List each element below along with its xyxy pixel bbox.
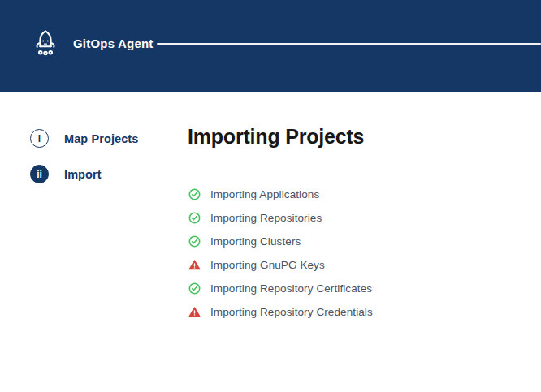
- status-label: Importing Clusters: [210, 235, 301, 248]
- step-label: Map Projects: [64, 132, 138, 145]
- status-list-item: Importing GnuPG Keys: [188, 253, 530, 277]
- status-label: Importing Repositories: [210, 212, 322, 224]
- import-status-list: Importing Applications Importing Reposit…: [188, 183, 530, 324]
- error-warning-triangle-icon: [188, 306, 201, 318]
- app-header: GitOps Agent: [0, 0, 541, 92]
- status-label: Importing Repository Credentials: [210, 306, 373, 318]
- title-divider: [188, 157, 541, 157]
- step-numeral-circle: i: [30, 129, 49, 148]
- status-label: Importing GnuPG Keys: [210, 259, 325, 271]
- status-list-item: Importing Repository Credentials: [188, 300, 530, 324]
- page-title: Importing Projects: [188, 125, 364, 149]
- error-warning-triangle-icon: [188, 259, 201, 271]
- wizard-step-map-projects[interactable]: i Map Projects: [30, 129, 184, 148]
- status-list-item: Importing Applications: [188, 183, 530, 206]
- status-label: Importing Applications: [210, 188, 319, 200]
- wizard-step-import[interactable]: ii Import: [30, 165, 184, 183]
- status-list-item: Importing Clusters: [188, 230, 530, 253]
- wizard-steps: i Map Projects ii Import: [30, 129, 184, 200]
- success-check-icon: [188, 282, 201, 295]
- status-list-item: Importing Repositories: [188, 206, 530, 230]
- status-list-item: Importing Repository Certificates: [188, 277, 530, 300]
- octopus-logo-icon: [29, 25, 62, 61]
- step-numeral-circle: ii: [30, 165, 49, 183]
- success-check-icon: [188, 188, 201, 200]
- success-check-icon: [188, 235, 201, 248]
- header-divider-line: [157, 43, 541, 45]
- success-check-icon: [188, 212, 201, 224]
- app-title: GitOps Agent: [73, 37, 154, 50]
- step-label: Import: [64, 168, 102, 181]
- status-label: Importing Repository Certificates: [210, 282, 372, 295]
